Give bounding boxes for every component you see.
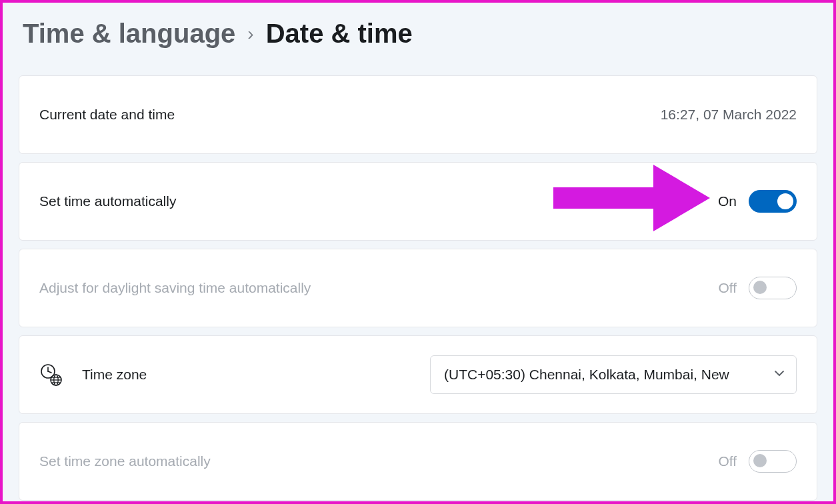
breadcrumb: Time & language › Date & time (19, 19, 817, 49)
set-tz-auto-row: Set time zone automatically Off (19, 422, 817, 501)
time-zone-row: Time zone (UTC+05:30) Chennai, Kolkata, … (19, 335, 817, 414)
chevron-down-icon (773, 367, 785, 382)
page-title: Date & time (266, 19, 413, 49)
current-datetime-row: Current date and time 16:27, 07 March 20… (19, 75, 817, 154)
time-zone-select[interactable]: (UTC+05:30) Chennai, Kolkata, Mumbai, Ne… (430, 355, 797, 394)
current-datetime-label: Current date and time (39, 107, 661, 123)
set-time-auto-toggle[interactable] (749, 190, 797, 213)
set-time-auto-label: Set time automatically (39, 193, 718, 209)
time-zone-selected-value: (UTC+05:30) Chennai, Kolkata, Mumbai, Ne… (444, 367, 729, 383)
clock-globe-icon (39, 363, 63, 387)
set-tz-auto-state: Off (718, 453, 737, 469)
set-time-auto-state: On (718, 193, 737, 209)
dst-auto-row: Adjust for daylight saving time automati… (19, 249, 817, 327)
chevron-right-icon: › (247, 23, 253, 45)
time-zone-label: Time zone (82, 367, 430, 383)
toggle-knob (753, 454, 767, 467)
breadcrumb-parent[interactable]: Time & language (23, 19, 235, 49)
toggle-knob (753, 281, 767, 294)
toggle-knob (777, 193, 793, 209)
svg-line-2 (48, 371, 51, 373)
current-datetime-value: 16:27, 07 March 2022 (661, 107, 797, 123)
dst-auto-toggle (749, 277, 797, 299)
dst-auto-label: Adjust for daylight saving time automati… (39, 280, 718, 296)
set-tz-auto-label: Set time zone automatically (39, 453, 718, 469)
dst-auto-state: Off (718, 280, 737, 296)
set-tz-auto-toggle (749, 450, 797, 473)
set-time-auto-row: Set time automatically On (19, 162, 817, 241)
